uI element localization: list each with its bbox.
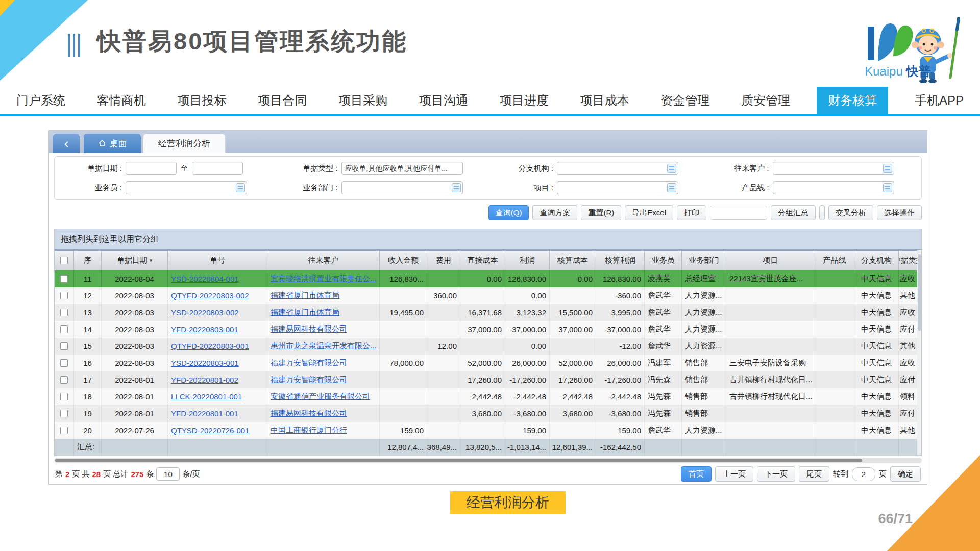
vertical-scrollbar-thumb[interactable] bbox=[918, 254, 921, 331]
toolbar-button-分组汇总[interactable]: 分组汇总 bbox=[771, 205, 816, 220]
toolbar-spacer-button[interactable] bbox=[819, 205, 825, 220]
nav-item-门户系统[interactable]: 门户系统 bbox=[11, 87, 70, 114]
column-header-doc_no[interactable]: 单号 bbox=[168, 251, 267, 270]
customer-link[interactable]: 宜宾骏继洪骥置业有限责任公... bbox=[271, 274, 377, 284]
toolbar-button-打印[interactable]: 打印 bbox=[677, 205, 706, 220]
lookup-list-icon[interactable] bbox=[667, 164, 676, 173]
row-checkbox[interactable] bbox=[60, 359, 68, 367]
doc_no-link[interactable]: YFD-20220801-001 bbox=[171, 409, 238, 418]
column-header-profit[interactable]: 利润 bbox=[505, 251, 550, 270]
back-button[interactable]: ‹ bbox=[53, 134, 80, 153]
toolbar-button-查询方案[interactable]: 查询方案 bbox=[532, 205, 577, 220]
doc_no-link[interactable]: YSD-20220804-001 bbox=[171, 274, 239, 283]
table-row[interactable]: 172022-08-01YFD-20220801-002福建万安智能有限公司17… bbox=[55, 371, 921, 388]
doc_no-link[interactable]: YSD-20220803-001 bbox=[171, 359, 239, 367]
lookup-list-icon[interactable] bbox=[883, 183, 892, 192]
customer-link[interactable]: 福建万安智能有限公司 bbox=[271, 358, 347, 368]
nav-item-客情商机[interactable]: 客情商机 bbox=[92, 87, 151, 114]
row-checkbox[interactable] bbox=[60, 376, 68, 384]
toolbar-button-查询(Q)[interactable]: 查询(Q) bbox=[488, 205, 529, 220]
column-header-seq[interactable]: 序 bbox=[74, 251, 102, 270]
goto-page-input[interactable]: 2 bbox=[852, 467, 875, 481]
filter-input[interactable] bbox=[341, 181, 463, 194]
nav-item-财务核算[interactable]: 财务核算 bbox=[817, 87, 888, 114]
nav-item-项目沟通[interactable]: 项目沟通 bbox=[414, 87, 473, 114]
toolbar-button-导出Excel[interactable]: 导出Excel bbox=[625, 205, 673, 220]
filter-input[interactable] bbox=[557, 181, 678, 194]
vertical-scrollbar[interactable] bbox=[917, 250, 921, 455]
lookup-list-icon[interactable] bbox=[236, 183, 245, 192]
table-row[interactable]: 142022-08-03YFD-20220803-001福建易网科技有限公司37… bbox=[55, 321, 921, 338]
toolbar-empty-input[interactable] bbox=[710, 206, 767, 220]
pager-button-首页[interactable]: 首页 bbox=[681, 466, 712, 482]
table-row[interactable]: 162022-08-03YSD-20220803-001福建万安智能有限公司78… bbox=[55, 355, 921, 371]
lookup-list-icon[interactable] bbox=[452, 183, 461, 192]
column-header-project[interactable]: 项目 bbox=[726, 251, 815, 270]
column-header-doc_type[interactable]: 单据类型 bbox=[899, 251, 918, 270]
column-header-salesman[interactable]: 业务员 bbox=[645, 251, 682, 270]
column-header-customer[interactable]: 往来客户 bbox=[267, 251, 380, 270]
column-header-direct_cost[interactable]: 直接成本 bbox=[460, 251, 505, 270]
doc_no-link[interactable]: LLCK-20220801-001 bbox=[171, 392, 242, 401]
customer-link[interactable]: 福建省厦门市体育局 bbox=[271, 291, 339, 300]
horizontal-scrollbar-thumb[interactable] bbox=[55, 459, 862, 462]
table-row[interactable]: 122022-08-03QTYFD-20220803-002福建省厦门市体育局3… bbox=[55, 287, 921, 304]
table-row[interactable]: 112022-08-04YSD-20220804-001宜宾骏继洪骥置业有限责任… bbox=[55, 270, 921, 287]
row-checkbox[interactable] bbox=[60, 427, 68, 434]
customer-link[interactable]: 福建易网科技有限公司 bbox=[271, 324, 347, 334]
doc_no-link[interactable]: QTYFD-20220803-001 bbox=[171, 342, 249, 350]
tab-desktop[interactable]: 桌面 bbox=[84, 134, 141, 153]
nav-item-项目合同[interactable]: 项目合同 bbox=[253, 87, 312, 114]
row-checkbox[interactable] bbox=[60, 309, 68, 316]
page-size-input[interactable]: 10 bbox=[156, 467, 180, 481]
table-row[interactable]: 202022-07-26QTYSD-20220726-001中国工商银行厦门分行… bbox=[55, 422, 921, 439]
filter-input[interactable] bbox=[773, 162, 894, 175]
column-header-acct_cost[interactable]: 核算成本 bbox=[550, 251, 596, 270]
table-row[interactable]: 132022-08-03YSD-20220803-002福建省厦门市体育局19,… bbox=[55, 304, 921, 321]
customer-link[interactable]: 中国工商银行厦门分行 bbox=[271, 425, 347, 435]
doc_no-link[interactable]: QTYFD-20220803-002 bbox=[171, 291, 249, 300]
doc_no-link[interactable]: YFD-20220803-001 bbox=[171, 325, 238, 334]
table-row[interactable]: 182022-08-01LLCK-20220801-001安徽省通信产业服务有限… bbox=[55, 388, 921, 405]
row-checkbox[interactable] bbox=[60, 410, 68, 417]
doc_no-link[interactable]: QTYSD-20220726-001 bbox=[171, 426, 249, 435]
filter-input[interactable]: 应收单,其他应收单,其他应付单... bbox=[341, 162, 463, 175]
column-header-dept[interactable]: 业务部门 bbox=[682, 251, 726, 270]
column-header-acct_profit[interactable]: 核算利润 bbox=[596, 251, 645, 270]
doc_no-link[interactable]: YFD-20220801-002 bbox=[171, 375, 238, 384]
group-by-bar[interactable]: 拖拽列头到这里以用它分组 bbox=[55, 229, 921, 251]
pager-button-上一页[interactable]: 上一页 bbox=[715, 466, 753, 482]
confirm-button[interactable]: 确定 bbox=[890, 466, 921, 482]
customer-link[interactable]: 惠州市龙之泉温泉开发有限公... bbox=[271, 341, 377, 351]
nav-item-项目投标[interactable]: 项目投标 bbox=[173, 87, 232, 114]
toolbar-button-选择操作[interactable]: 选择操作 bbox=[877, 205, 922, 220]
toolbar-button-重置(R)[interactable]: 重置(R) bbox=[581, 205, 621, 220]
nav-item-资金管理[interactable]: 资金管理 bbox=[656, 87, 715, 114]
row-checkbox[interactable] bbox=[60, 342, 68, 350]
row-checkbox[interactable] bbox=[60, 393, 68, 400]
row-checkbox[interactable] bbox=[60, 275, 68, 283]
column-header-income[interactable]: 收入金额 bbox=[380, 251, 427, 270]
customer-link[interactable]: 福建易网科技有限公司 bbox=[271, 409, 347, 418]
select-all-checkbox[interactable] bbox=[60, 257, 68, 264]
row-checkbox[interactable] bbox=[60, 325, 68, 333]
pager-button-尾页[interactable]: 尾页 bbox=[799, 466, 829, 482]
tab-profit-analysis[interactable]: 经营利润分析 bbox=[143, 134, 226, 153]
column-header-product_line[interactable]: 产品线 bbox=[815, 251, 854, 270]
nav-item-项目成本[interactable]: 项目成本 bbox=[575, 87, 634, 114]
date-to-input[interactable] bbox=[192, 162, 243, 175]
customer-link[interactable]: 安徽省通信产业服务有限公司 bbox=[271, 392, 370, 402]
nav-item-项目进度[interactable]: 项目进度 bbox=[495, 87, 554, 114]
horizontal-scrollbar[interactable] bbox=[54, 458, 922, 463]
lookup-list-icon[interactable] bbox=[667, 183, 676, 192]
nav-item-质安管理[interactable]: 质安管理 bbox=[736, 87, 795, 114]
doc_no-link[interactable]: YSD-20220803-002 bbox=[171, 308, 239, 317]
column-header-date[interactable]: 单据日期▾ bbox=[102, 251, 168, 270]
filter-input[interactable] bbox=[557, 162, 678, 175]
nav-item-手机APP[interactable]: 手机APP bbox=[910, 87, 969, 114]
customer-link[interactable]: 福建万安智能有限公司 bbox=[271, 375, 347, 385]
filter-input[interactable] bbox=[126, 181, 247, 194]
column-header-branch[interactable]: 分支机构 bbox=[854, 251, 899, 270]
pager-button-下一页[interactable]: 下一页 bbox=[757, 466, 795, 482]
toolbar-button-交叉分析[interactable]: 交叉分析 bbox=[828, 205, 873, 220]
